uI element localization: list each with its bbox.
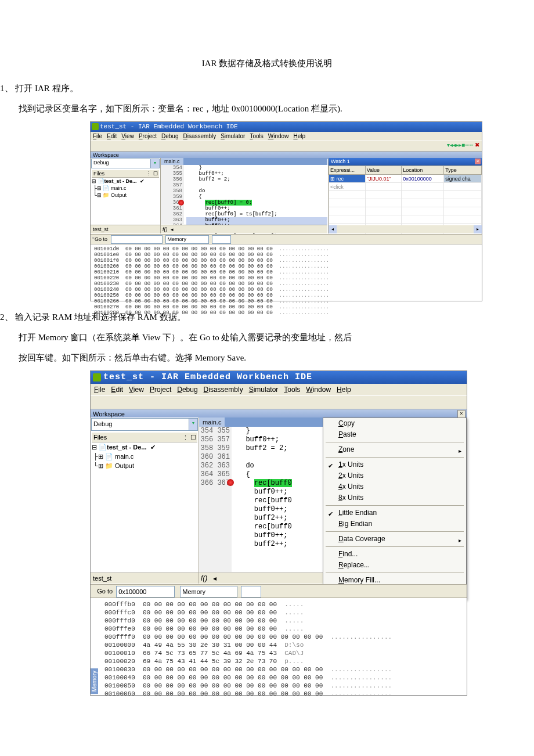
editor[interactable]: main.c 354 355 356 357 358 359 360 361 3… [199,417,323,584]
menu-item-replace[interactable]: Replace... [323,560,466,571]
window-title-text: test_st - IAR Embedded Workbench IDE [100,123,238,130]
menu-view[interactable]: View [129,386,144,394]
watch-panel: Watch 1× Expressi...ValueLocationType ⊞ … [328,158,482,233]
workspace-panel: Debug Files⋮ ☐ ⊟ 📄test_st - De... ✔ ├⊞ 📄… [91,158,161,233]
menubar[interactable]: FileEditViewProjectDebugDisassemblySimul… [91,132,482,141]
editor-tab-main[interactable]: main.c [161,158,183,165]
menu-view[interactable]: View [121,133,134,139]
config-combo-text: Debug [93,420,112,427]
tree-main[interactable]: ├⊞ 📄 main.c [92,185,159,192]
memory-toolbar[interactable]: Go to Memory [91,235,482,244]
close-icon[interactable]: × [475,159,481,164]
tree-output[interactable]: └⊞ 📁 Output [92,461,197,470]
memory-combo[interactable]: Memory [165,235,209,244]
editor-tabs[interactable]: main.c [161,158,327,165]
menu-file[interactable]: File [93,133,102,139]
close-icon[interactable]: × [92,236,97,241]
breakpoint-icon[interactable] [227,479,234,486]
menu-separator [326,442,464,442]
editor[interactable]: main.c 354 355 356 357 358 359 360 361 3… [160,158,327,233]
tree-root[interactable]: ⊟ 📄test_st - De... ✔ [92,178,159,185]
close-icon[interactable]: × [457,410,466,418]
watch-col[interactable]: Value [365,166,402,175]
watch-col[interactable]: Expressi... [329,166,366,175]
watch-expr[interactable]: ⊞ rec [329,175,366,183]
step2-line1: 打开 Memory 窗口（在系统菜单 View 下）。在 Go to 处输入需要… [0,330,534,345]
breakpoint-icon[interactable] [178,200,184,206]
menu-edit[interactable]: Edit [107,133,117,139]
tree-main[interactable]: ├⊞ 📄 main.c [92,452,197,461]
step2-line2: 按回车键。如下图所示：然后单击右键。选择 Memory Save. [0,350,534,366]
editor-tabs[interactable]: main.c [199,417,323,427]
menu-separator [326,505,464,506]
menu-item-4x-units[interactable]: 4x Units [323,481,466,492]
files-header: Files⋮ ☐ [92,170,159,178]
config-combo[interactable]: Debug [91,159,160,168]
menu-window[interactable]: Window [306,386,331,394]
code-area[interactable]: } buff0++; buff2 = 2; do { rec[buff0 buf… [237,427,323,572]
menubar[interactable]: FileEditViewProjectDebugDisassemblySimul… [91,384,467,395]
menu-file[interactable]: File [94,386,105,394]
chevron-down-icon[interactable] [150,159,159,168]
goto-input[interactable] [111,235,163,244]
menu-project[interactable]: Project [139,133,157,139]
menu-help[interactable]: Help [293,133,305,139]
watch-col[interactable]: Location [402,166,444,175]
menu-item-8x-units[interactable]: 8x Units [323,492,466,503]
menu-item-data-coverage[interactable]: Data Coverage▸ [323,534,466,545]
watch-header: Watch 1× [329,158,482,165]
menu-item-paste[interactable]: Paste [323,429,466,440]
tree-output[interactable]: └⊞ 📁 Output [92,192,159,199]
menu-disassembly[interactable]: Disassembly [204,386,243,394]
menu-simulator[interactable]: Simulator [221,133,245,139]
menu-project[interactable]: Project [150,386,171,394]
menu-separator [326,573,464,573]
menu-edit[interactable]: Edit [111,386,123,394]
window-title: test_st - IAR Embedded Workbench IDE [91,371,467,384]
menu-item-little-endian[interactable]: ✔Little Endian [323,507,466,519]
workspace-tab[interactable]: test_st [91,225,160,233]
menu-debug[interactable]: Debug [177,386,197,394]
memory-width-combo[interactable] [241,586,261,597]
menu-window[interactable]: Window [268,133,289,139]
menu-tools[interactable]: Tools [284,386,300,394]
workspace-panel: Debug Files⋮ ☐ ⊟ 📄test_st - De... ✔ ├⊞ 📄… [91,417,199,584]
memory-width-combo[interactable] [212,235,231,244]
editor-footer: f() ◂ [199,573,323,584]
menu-item-copy[interactable]: Copy [323,418,466,429]
context-menu[interactable]: CopyPasteZone▸✔1x Units2x Units4x Units8… [323,417,467,600]
menu-item-1x-units[interactable]: ✔1x Units [323,459,466,470]
chevron-down-icon[interactable] [189,419,197,430]
watch-click-hint[interactable]: <click [329,183,366,191]
toolbar[interactable] [91,395,467,409]
memory-dump[interactable]: 001001d0 00 00 00 00 00 00 00 00 00 00 0… [91,244,482,318]
menu-item-big-endian[interactable]: Big Endian [323,519,466,530]
menu-item-2x-units[interactable]: 2x Units [323,470,466,481]
watch-col[interactable]: Type [444,166,482,175]
window-title: test_st - IAR Embedded Workbench IDE [91,122,482,132]
menu-help[interactable]: Help [337,386,351,394]
goto-label: Go to [97,585,113,597]
menu-separator [326,457,464,458]
memory-tab-vertical[interactable]: Memory [91,668,98,694]
workspace-tab[interactable]: test_st [91,573,199,584]
menu-disassembly[interactable]: Disassembly [183,133,216,139]
config-combo[interactable]: Debug [91,418,198,431]
memory-dump[interactable]: 000fffb0 00 00 00 00 00 00 00 00 00 00 0… [91,598,467,700]
menu-tools[interactable]: Tools [250,133,263,139]
memory-combo[interactable]: Memory [180,586,237,597]
menu-item-find[interactable]: Find... [323,549,466,560]
toolbar[interactable]: ▾◂◂▸▸■◦◦◦◦ ✖ [91,141,482,152]
goto-input[interactable]: 0x100000 [116,586,175,597]
debug-toolbar-icons[interactable]: ▾◂◂▸▸■◦◦◦◦ ✖ [447,142,479,148]
menu-simulator[interactable]: Simulator [249,386,279,394]
editor-tab-main[interactable]: main.c [199,417,225,427]
menu-debug[interactable]: Debug [161,133,178,139]
doc-title: IAR 数据存储及格式转换使用说明 [0,58,534,69]
menu-item-zone[interactable]: Zone▸ [323,444,466,455]
config-combo-text: Debug [93,160,109,165]
code-area[interactable]: } buff0++; buff2 = 2; do { rec[buff0] = … [186,165,327,224]
memory-toolbar[interactable]: Go to 0x100000 Memory [91,585,467,598]
tree-root[interactable]: ⊟ 📄test_st - De... ✔ [92,442,197,452]
watch-scrollbar[interactable]: ◂▸ [329,225,482,233]
